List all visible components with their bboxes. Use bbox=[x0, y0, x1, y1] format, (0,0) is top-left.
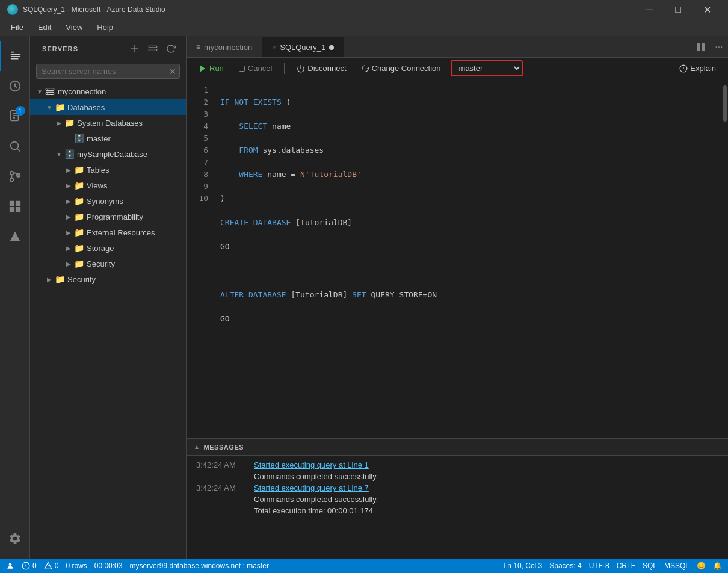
tree-arrow-system-databases[interactable] bbox=[54, 118, 64, 128]
statusbar-position-value: Ln 10, Col 3 bbox=[504, 562, 543, 570]
tree-item-myconnection[interactable]: myconnection bbox=[30, 84, 186, 99]
statusbar-lang[interactable]: SQL bbox=[643, 562, 657, 570]
sidebar-item-files[interactable] bbox=[0, 41, 30, 71]
tree-item-external-resources[interactable]: 📁 External Resources bbox=[30, 225, 186, 240]
disconnect-button[interactable]: Disconnect bbox=[292, 62, 351, 75]
tree-arrow-external-resources[interactable] bbox=[64, 228, 73, 237]
search-clear-icon[interactable]: ✕ bbox=[169, 67, 176, 76]
tree-arrow-synonyms[interactable] bbox=[64, 196, 73, 206]
refresh-button[interactable] bbox=[163, 41, 179, 57]
folder-icon: 📁 bbox=[73, 227, 84, 238]
statusbar-connection[interactable]: myserver99.database.windows.net : master bbox=[129, 562, 268, 570]
sidebar-item-deploy[interactable] bbox=[0, 221, 30, 252]
code-line-10: GO bbox=[220, 313, 721, 325]
folder-icon: 📁 bbox=[73, 180, 84, 191]
add-server-button[interactable] bbox=[145, 41, 161, 57]
run-label: Run bbox=[209, 64, 224, 73]
cancel-button[interactable]: Cancel bbox=[233, 62, 277, 75]
message-link-1[interactable]: Started executing query at Line 1 bbox=[254, 460, 369, 469]
statusbar-encoding[interactable]: UTF-8 bbox=[589, 562, 609, 570]
tree-item-security[interactable]: 📁 Security bbox=[30, 271, 186, 287]
menu-edit[interactable]: Edit bbox=[32, 20, 57, 34]
statusbar-flavor[interactable]: MSSQL bbox=[664, 562, 689, 570]
messages-panel: ▲ MESSAGES 3:42:24 AM Started executing … bbox=[187, 438, 728, 559]
tab-label-sqlquery: SQLQuery_1 bbox=[280, 43, 325, 52]
tree-item-master[interactable]: 🗄️ master bbox=[30, 131, 186, 146]
tab-sqlquery[interactable]: ≡ SQLQuery_1 bbox=[262, 37, 344, 57]
editor-scrollbar[interactable] bbox=[721, 79, 728, 438]
message-text-1: Commands completed successfully. bbox=[254, 472, 718, 481]
statusbar-notification[interactable]: 🔔 bbox=[713, 562, 722, 570]
tree-arrow-mysampledb[interactable] bbox=[54, 149, 64, 159]
menu-help[interactable]: Help bbox=[91, 20, 119, 34]
svg-rect-1 bbox=[10, 54, 20, 55]
tree-item-tables[interactable]: 📁 Tables bbox=[30, 162, 186, 178]
statusbar-line-ending[interactable]: CRLF bbox=[617, 562, 635, 570]
sidebar-item-extensions[interactable] bbox=[0, 191, 30, 221]
editor-scrollbar-thumb[interactable] bbox=[723, 85, 727, 122]
tree-item-mysampledb[interactable]: 🗄️ mySampleDatabase bbox=[30, 146, 186, 162]
tab-myconnection[interactable]: ≡ myconnection bbox=[187, 37, 262, 57]
run-button[interactable]: Run bbox=[194, 62, 229, 75]
sidebar-item-git[interactable] bbox=[0, 161, 30, 191]
messages-header[interactable]: ▲ MESSAGES bbox=[187, 439, 728, 456]
tree-arrow-tables[interactable] bbox=[64, 165, 73, 175]
settings-icon[interactable] bbox=[0, 524, 30, 554]
tree-item-programmability[interactable]: 📁 Programmability bbox=[30, 209, 186, 225]
tree-item-views[interactable]: 📁 Views bbox=[30, 178, 186, 193]
sidebar-item-notebooks[interactable]: 1 bbox=[0, 101, 30, 131]
tree-item-system-databases[interactable]: 📁 System Databases bbox=[30, 115, 186, 131]
menu-view[interactable]: View bbox=[60, 20, 88, 34]
main-layout: 1 SERVERS bbox=[0, 36, 728, 559]
statusbar-spaces[interactable]: Spaces: 4 bbox=[549, 562, 581, 570]
close-button[interactable]: ✕ bbox=[693, 0, 721, 19]
code-content[interactable]: IF NOT EXISTS ( SELECT name FROM sys.dat… bbox=[215, 79, 721, 438]
tree-arrow-myconnection[interactable] bbox=[35, 87, 45, 96]
tree-item-synonyms[interactable]: 📁 Synonyms bbox=[30, 193, 186, 209]
split-editor-button[interactable] bbox=[692, 37, 710, 57]
search-input[interactable] bbox=[36, 64, 180, 79]
sidebar-item-search[interactable] bbox=[0, 131, 30, 161]
statusbar-errors[interactable]: 0 bbox=[22, 562, 37, 570]
message-link-2[interactable]: Started executing query at Line 7 bbox=[254, 483, 369, 492]
tree-item-security-child[interactable]: 📁 Security bbox=[30, 256, 186, 271]
svg-rect-0 bbox=[10, 52, 14, 53]
tree-item-storage[interactable]: 📁 Storage bbox=[30, 240, 186, 256]
tab-bar: ≡ myconnection ≡ SQLQuery_1 ··· bbox=[187, 36, 728, 58]
statusbar-position[interactable]: Ln 10, Col 3 bbox=[504, 562, 543, 570]
sidebar-item-history[interactable] bbox=[0, 71, 30, 101]
new-connection-button[interactable] bbox=[127, 41, 143, 57]
svg-point-9 bbox=[10, 142, 18, 150]
tree-label-security-child: Security bbox=[87, 259, 181, 268]
maximize-button[interactable]: □ bbox=[664, 0, 692, 19]
statusbar-rows[interactable]: 0 rows bbox=[66, 562, 87, 570]
svg-rect-21 bbox=[134, 45, 135, 52]
tree-label-synonyms: Synonyms bbox=[87, 197, 181, 206]
change-connection-label: Change Connection bbox=[372, 64, 441, 73]
tree-arrow-programmability[interactable] bbox=[64, 212, 73, 221]
statusbar-rows-value: 0 rows bbox=[66, 562, 87, 570]
change-connection-button[interactable]: Change Connection bbox=[356, 62, 446, 75]
statusbar-feedback[interactable]: 😊 bbox=[697, 562, 706, 570]
messages-content: 3:42:24 AM Started executing query at Li… bbox=[187, 456, 728, 559]
connection-select[interactable]: master bbox=[451, 60, 523, 76]
more-actions-button[interactable]: ··· bbox=[710, 37, 728, 57]
svg-rect-16 bbox=[15, 201, 20, 206]
folder-icon: 📁 bbox=[73, 243, 84, 253]
tree-arrow-views[interactable] bbox=[64, 181, 73, 190]
tree-item-databases[interactable]: 📁 Databases bbox=[30, 99, 186, 115]
tree-arrow-databases[interactable] bbox=[45, 102, 54, 112]
menu-file[interactable]: File bbox=[5, 20, 29, 34]
titlebar-controls[interactable]: ─ □ ✕ bbox=[635, 0, 721, 19]
tree-arrow-security[interactable] bbox=[45, 274, 54, 284]
menubar: File Edit View Help bbox=[0, 19, 728, 36]
activity-bar: 1 bbox=[0, 36, 30, 559]
minimize-button[interactable]: ─ bbox=[635, 0, 663, 19]
message-text-extra: Total execution time: 00:00:01.174 bbox=[254, 506, 718, 515]
tree-arrow-security-child[interactable] bbox=[64, 259, 73, 268]
statusbar-time[interactable]: 00:00:03 bbox=[94, 562, 123, 570]
explain-button[interactable]: Explain bbox=[674, 62, 721, 75]
statusbar-account[interactable] bbox=[6, 562, 14, 570]
tree-arrow-storage[interactable] bbox=[64, 243, 73, 253]
statusbar-warnings[interactable]: 0 bbox=[44, 562, 59, 570]
